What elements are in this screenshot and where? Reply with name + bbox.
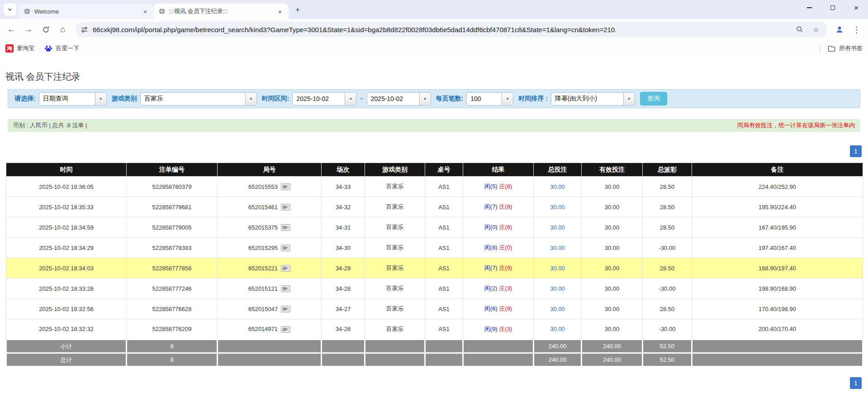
- site-settings-icon[interactable]: [81, 26, 88, 34]
- cell-result: 闲(5) 庄(8): [463, 177, 534, 197]
- per-page-select[interactable]: 100 ▼: [466, 92, 513, 106]
- video-replay-icon[interactable]: [281, 326, 290, 333]
- column-header: 时间: [6, 163, 127, 177]
- video-replay-icon[interactable]: [281, 285, 290, 292]
- total-bet-link[interactable]: 30.00: [550, 224, 565, 231]
- new-tab-button[interactable]: +: [291, 4, 304, 16]
- taobao-icon: 淘: [5, 44, 14, 53]
- zoom-icon[interactable]: [794, 24, 806, 35]
- dropdown-arrow-icon[interactable]: ▼: [245, 93, 256, 105]
- browser-menu-button[interactable]: ⋮: [849, 22, 864, 37]
- table-row: 2025-10-02 18:32:56522858776628652015047…: [6, 299, 863, 319]
- cell-remark: 195.90/224.40: [692, 197, 863, 217]
- subtotal-row: 小计8240.00240.0052.50: [6, 340, 863, 353]
- search-button[interactable]: 查询: [640, 92, 667, 106]
- cell-total-bet: 30.00: [534, 238, 582, 258]
- cell-total-bet: 30.00: [534, 258, 582, 278]
- date-to-input[interactable]: 2025-10-02 ▼: [367, 92, 431, 106]
- tab-close-icon[interactable]: ×: [276, 7, 284, 15]
- window-maximize-button[interactable]: [821, 0, 844, 15]
- cell-valid-bet: 30.00: [582, 278, 643, 299]
- table-row: 2025-10-02 18:34:59522858779005652015375…: [6, 217, 863, 238]
- reload-icon: [42, 26, 50, 34]
- tab-welcome[interactable]: Welcome ×: [19, 4, 154, 19]
- bookmark-star-icon[interactable]: ☆: [810, 24, 822, 35]
- total-bet-link[interactable]: 30.00: [550, 306, 565, 312]
- cell-table-no: AS1: [425, 319, 463, 340]
- total-bet-link[interactable]: 30.00: [550, 245, 565, 251]
- dropdown-arrow-icon[interactable]: ▼: [623, 93, 635, 105]
- result-banker: 庄(9): [499, 305, 512, 312]
- video-replay-icon[interactable]: [281, 265, 290, 272]
- tab-close-icon[interactable]: ×: [141, 7, 149, 15]
- window-minimize-button[interactable]: [797, 0, 821, 15]
- sort-order-select[interactable]: 降幂(由大到小) ▼: [551, 92, 635, 106]
- info-bar: 币别 : 人民币 | 总共 :8 注单 | 同局有效投注，统一计算在该局第一张注…: [8, 119, 860, 132]
- cell-round: 652015553: [218, 177, 322, 197]
- footer-cell: [463, 353, 534, 367]
- mode-label: 请选择:: [14, 95, 36, 103]
- tab-title: Welcome: [34, 8, 138, 15]
- back-button[interactable]: ←: [4, 22, 19, 37]
- mode-select[interactable]: 日期查询 ▼: [39, 92, 107, 106]
- video-replay-icon[interactable]: [281, 306, 290, 312]
- dropdown-arrow-icon[interactable]: ▼: [502, 93, 513, 105]
- cell-remark: 197.40/167.40: [692, 238, 863, 258]
- cell-bet-id: 522858779681: [127, 197, 218, 217]
- column-header: 桌号: [425, 163, 463, 177]
- forward-button[interactable]: →: [21, 22, 36, 37]
- reload-button[interactable]: [38, 22, 53, 37]
- total-bet-link[interactable]: 30.00: [550, 204, 565, 211]
- cell-bet-id: 522858778383: [127, 238, 218, 258]
- video-replay-icon[interactable]: [281, 204, 290, 211]
- tab-search-button[interactable]: [4, 3, 16, 16]
- date-from-input[interactable]: 2025-10-02 ▼: [292, 92, 356, 106]
- footer-cell: 240.00: [534, 340, 582, 353]
- profile-avatar[interactable]: [832, 22, 847, 37]
- cell-table-no: AS1: [425, 278, 463, 299]
- footer-cell: 小计: [6, 340, 127, 353]
- table-row: 2025-10-02 18:32:32522858776209652014971…: [6, 319, 863, 340]
- tab-bet-records[interactable]: :::视讯 会员下注纪录::: ×: [154, 4, 289, 19]
- cell-result: 闲(8) 庄(0): [463, 238, 534, 258]
- bookmarks-bar: 淘 爱淘宝 百度一下 所有书签: [0, 40, 868, 57]
- cell-round: 652015047: [218, 299, 322, 319]
- cell-payout: 28.50: [643, 299, 692, 319]
- column-header: 有效投注: [582, 163, 643, 177]
- total-bet-link[interactable]: 30.00: [550, 326, 565, 332]
- browser-toolbar: ← → ⌂ 66cxkj98.com/ipl/portal.php/game/b…: [0, 19, 868, 40]
- home-button[interactable]: ⌂: [55, 22, 71, 37]
- result-player: 闲(2): [484, 285, 498, 292]
- footer-cell: [463, 340, 534, 353]
- video-replay-icon[interactable]: [281, 183, 290, 190]
- dropdown-arrow-icon[interactable]: ▼: [345, 93, 356, 105]
- footer-cell: [322, 353, 365, 367]
- address-bar[interactable]: 66cxkj98.com/ipl/portal.php/game/betreco…: [75, 22, 827, 37]
- footer-cell: 8: [127, 353, 218, 367]
- bookmark-baidu[interactable]: 百度一下: [44, 44, 79, 53]
- cell-time: 2025-10-02 18:34:59: [6, 217, 127, 238]
- cell-remark: 224.40/252.90: [692, 177, 863, 197]
- url-text[interactable]: 66cxkj98.com/ipl/portal.php/game/betreco…: [93, 26, 789, 34]
- dropdown-arrow-icon[interactable]: ▼: [419, 93, 431, 105]
- all-bookmarks-button[interactable]: 所有书签: [820, 43, 863, 53]
- game-type-select[interactable]: 百家乐 ▼: [140, 92, 257, 106]
- cell-round: 652015461: [218, 197, 322, 217]
- total-bet-link[interactable]: 30.00: [550, 285, 565, 292]
- video-replay-icon[interactable]: [281, 245, 290, 251]
- window-close-button[interactable]: ×: [844, 0, 868, 15]
- cell-table-no: AS1: [425, 177, 463, 197]
- page-1-button[interactable]: 1: [850, 145, 862, 157]
- page-1-button[interactable]: 1: [850, 377, 862, 389]
- video-replay-icon[interactable]: [281, 224, 290, 231]
- cell-remark: 200.40/170.40: [692, 319, 863, 340]
- bookmark-aitaobao[interactable]: 淘 爱淘宝: [5, 44, 34, 53]
- total-bet-link[interactable]: 30.00: [550, 183, 565, 190]
- table-row: 2025-10-02 18:34:29522858778383652015295…: [6, 238, 863, 258]
- baidu-paw-icon: [44, 44, 52, 53]
- result-player: 闲(9): [484, 326, 498, 332]
- total-bet-link[interactable]: 30.00: [550, 265, 565, 272]
- bet-records-table: 时间注单编号局号场次游戏类别桌号结果总投注有效投注总派彩备注 2025-10-0…: [5, 163, 863, 367]
- table-row: 2025-10-02 18:33:28522858777246652015121…: [6, 278, 863, 299]
- dropdown-arrow-icon[interactable]: ▼: [95, 93, 106, 105]
